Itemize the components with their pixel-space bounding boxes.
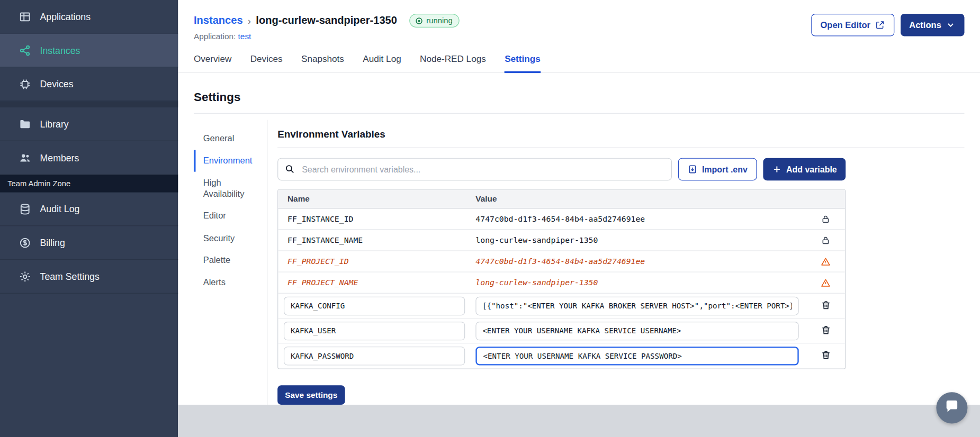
settings-content: Settings General Environment High Availa… [178,73,980,405]
delete-variable-button[interactable] [819,323,832,338]
main-area: Instances › long-curlew-sandpiper-1350 r… [178,0,980,437]
save-settings-button[interactable]: Save settings [277,385,345,405]
application-label: Application: [194,32,236,41]
page-header: Instances › long-curlew-sandpiper-1350 r… [178,0,980,41]
env-var-value: long-curlew-sandpiper-1350 [475,235,598,245]
env-var-value-input[interactable] [475,296,798,315]
column-header-value: Value [470,194,806,204]
tab-audit-log[interactable]: Audit Log [363,54,401,72]
env-var-row: FF_INSTANCE_NAMElong-curlew-sandpiper-13… [278,230,845,251]
column-header-name: Name [278,194,469,204]
sidebar-item-applications[interactable]: Applications [0,0,178,34]
delete-variable-button[interactable] [819,298,832,313]
subnav-palette[interactable]: Palette [194,249,267,271]
env-var-name-input[interactable] [284,321,465,340]
breadcrumb: Instances › long-curlew-sandpiper-1350 r… [194,14,460,28]
plus-icon [772,164,782,174]
tab-devices[interactable]: Devices [250,54,283,72]
sidebar-item-team-settings[interactable]: Team Settings [0,260,178,294]
open-editor-label: Open Editor [820,20,870,30]
open-editor-button[interactable]: Open Editor [811,14,894,36]
search-input[interactable] [277,158,672,180]
environment-variables-title: Environment Variables [277,120,964,148]
tab-overview[interactable]: Overview [194,54,231,72]
env-var-value: 4747c0bd-d1f3-4654-84b4-aa5d274691ee [475,257,645,266]
actions-label: Actions [909,20,941,30]
sidebar-item-billing[interactable]: Billing [0,226,178,260]
sidebar-item-label: Audit Log [40,204,80,214]
breadcrumb-instances-link[interactable]: Instances [194,14,243,27]
import-env-button[interactable]: Import .env [678,158,757,180]
application-line: Application: test [194,32,460,41]
subnav-security[interactable]: Security [194,227,267,249]
env-var-row [278,294,845,318]
warning-icon [821,278,831,288]
subnav-general[interactable]: General [194,128,267,150]
env-table-header: Name Value [278,190,845,208]
sidebar-item-instances[interactable]: Instances [0,34,178,68]
tab-node-red-logs[interactable]: Node-RED Logs [420,54,486,72]
applications-icon [19,10,31,23]
search-icon [284,163,295,174]
instance-name: long-curlew-sandpiper-1350 [256,14,397,27]
delete-variable-button[interactable] [819,349,832,363]
settings-title: Settings [194,90,965,104]
lock-icon [821,214,831,224]
env-var-name-input[interactable] [284,296,465,315]
env-var-name: FF_INSTANCE_NAME [287,235,363,245]
sidebar-item-library[interactable]: Library [0,107,178,141]
library-icon [19,118,31,131]
members-icon [19,151,31,164]
sidebar-item-label: Library [40,119,69,129]
instance-tabs: Overview Devices Snapshots Audit Log Nod… [178,41,980,73]
sidebar: Applications Instances Devices Library [0,0,178,437]
running-status-icon [415,16,423,24]
add-variable-button[interactable]: Add variable [763,158,846,180]
env-var-row: FF_PROJECT_NAMElong-curlew-sandpiper-135… [278,272,845,294]
env-var-row [278,343,845,368]
gear-icon [19,270,31,283]
env-var-value-input[interactable] [475,321,798,340]
env-var-name: FF_PROJECT_ID [287,257,349,266]
env-var-name-input[interactable] [284,347,465,365]
subnav-alerts[interactable]: Alerts [194,271,267,294]
environment-panel: Environment Variables [277,120,964,417]
sidebar-item-audit-log[interactable]: Audit Log [0,193,178,226]
page-footer [178,405,980,437]
application-link[interactable]: test [238,32,251,41]
env-var-name: FF_INSTANCE_ID [287,214,353,224]
subnav-editor[interactable]: Editor [194,205,267,227]
env-var-row [278,318,845,343]
env-var-value-input[interactable] [475,347,798,365]
status-text: running [426,16,452,25]
instances-icon [19,44,31,57]
import-env-label: Import .env [702,165,748,174]
env-var-value: 4747c0bd-d1f3-4654-84b4-aa5d274691ee [475,214,645,224]
external-link-icon [875,20,885,30]
chat-icon [944,398,960,417]
sidebar-item-label: Instances [40,45,80,56]
sidebar-divider [0,101,178,107]
title-divider [194,113,965,114]
add-variable-label: Add variable [786,165,837,174]
billing-icon [19,236,31,249]
tab-snapshots[interactable]: Snapshots [301,54,344,72]
sidebar-item-members[interactable]: Members [0,141,178,175]
actions-button[interactable]: Actions [901,14,965,36]
sidebar-item-label: Applications [40,11,91,22]
audit-log-icon [19,203,31,215]
status-badge: running [409,14,459,28]
env-var-value: long-curlew-sandpiper-1350 [475,278,598,287]
app-window: Applications Instances Devices Library [0,0,980,437]
sidebar-item-label: Team Settings [40,271,100,281]
tab-settings[interactable]: Settings [505,54,541,74]
subnav-high-availability[interactable]: High Availability [194,172,267,205]
env-var-row: FF_PROJECT_ID4747c0bd-d1f3-4654-84b4-aa5… [278,251,845,272]
sidebar-item-label: Devices [40,79,74,89]
lock-icon [821,235,831,245]
import-icon [688,164,698,174]
chat-widget-button[interactable] [936,392,967,423]
subnav-environment[interactable]: Environment [194,150,267,172]
sidebar-item-devices[interactable]: Devices [0,67,178,101]
breadcrumb-separator: › [248,15,251,26]
